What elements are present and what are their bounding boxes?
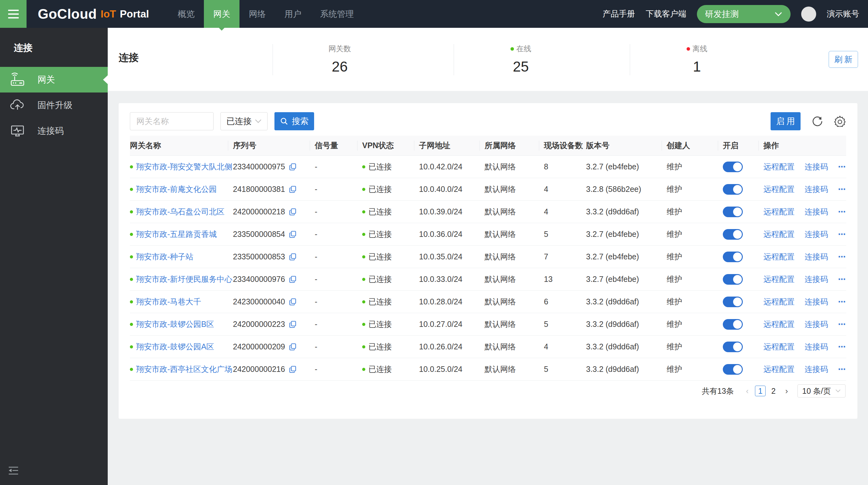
remote-config-link[interactable]: 远程配置 xyxy=(764,252,795,262)
vpn-status: 已连接 xyxy=(368,184,392,194)
gateway-name-link[interactable]: 翔安市政-种子站 xyxy=(136,252,193,262)
page-button-1[interactable]: 1 xyxy=(755,386,766,396)
gateway-name-link[interactable]: 翔安市政-乌石盘公司北区 xyxy=(136,206,224,217)
enable-toggle[interactable] xyxy=(723,162,743,172)
more-actions-icon[interactable]: ⋯ xyxy=(838,185,846,194)
connect-code-link[interactable]: 连接码 xyxy=(805,229,828,239)
enable-toggle[interactable] xyxy=(723,274,743,285)
enable-toggle[interactable] xyxy=(723,296,743,307)
sidebar-title: 连接 xyxy=(0,28,108,67)
remote-config-link[interactable]: 远程配置 xyxy=(764,319,795,330)
connect-code-link[interactable]: 连接码 xyxy=(805,184,828,194)
copy-icon[interactable] xyxy=(289,298,297,306)
more-actions-icon[interactable]: ⋯ xyxy=(838,342,846,351)
tab-gateway[interactable]: 网关 xyxy=(204,0,240,28)
remote-config-link[interactable]: 远程配置 xyxy=(764,364,795,374)
gateway-name-link[interactable]: 翔安市政-马巷大千 xyxy=(136,296,201,307)
connect-code-link[interactable]: 连接码 xyxy=(805,252,828,262)
sidebar-item-gateway[interactable]: 网关 xyxy=(0,67,108,92)
gateway-name-link[interactable]: 翔安市政-五星路贡香城 xyxy=(136,229,217,239)
more-actions-icon[interactable]: ⋯ xyxy=(838,297,846,306)
status-select[interactable]: 已连接 xyxy=(220,112,268,130)
environment-select[interactable]: 研发挂测 xyxy=(697,5,790,23)
more-actions-icon[interactable]: ⋯ xyxy=(838,320,846,329)
sidebar-item-connect-code[interactable]: 连接码 xyxy=(0,118,108,144)
sidebar-item-firmware-upgrade[interactable]: 固件升级 xyxy=(0,92,108,118)
enable-toggle[interactable] xyxy=(723,364,743,375)
col-header: 操作 xyxy=(764,140,846,151)
gateway-name-link[interactable]: 翔安市政-新圩便民服务中心 xyxy=(136,274,232,284)
signal-value: - xyxy=(315,230,362,239)
more-actions-icon[interactable]: ⋯ xyxy=(838,252,846,261)
copy-icon[interactable] xyxy=(289,275,297,283)
copy-icon[interactable] xyxy=(289,230,297,238)
stat-online-count: 在线 25 xyxy=(454,28,588,91)
gear-icon[interactable] xyxy=(834,116,845,127)
gateway-name-link[interactable]: 翔安市政-鼓锣公园B区 xyxy=(136,319,214,330)
page-button-2[interactable]: 2 xyxy=(768,386,779,396)
connect-code-link[interactable]: 连接码 xyxy=(805,162,828,172)
remote-config-link[interactable]: 远程配置 xyxy=(764,206,795,217)
more-actions-icon[interactable]: ⋯ xyxy=(838,207,846,216)
next-page-icon[interactable]: › xyxy=(781,386,792,396)
connect-code-link[interactable]: 连接码 xyxy=(805,206,828,217)
gateway-name-link[interactable]: 翔安市政-翔安交警大队北侧 xyxy=(136,162,232,172)
remote-config-link[interactable]: 远程配置 xyxy=(764,342,795,352)
product-manual-link[interactable]: 产品手册 xyxy=(602,8,635,19)
page-size-select[interactable]: 10 条/页 xyxy=(798,384,845,398)
remote-config-link[interactable]: 远程配置 xyxy=(764,296,795,307)
more-actions-icon[interactable]: ⋯ xyxy=(838,162,846,171)
enable-toggle[interactable] xyxy=(723,342,743,352)
prev-page-icon[interactable]: ‹ xyxy=(742,386,752,396)
more-actions-icon[interactable]: ⋯ xyxy=(838,275,846,284)
network-name: 默认网络 xyxy=(485,296,544,307)
copy-icon[interactable] xyxy=(289,185,297,194)
remote-config-link[interactable]: 远程配置 xyxy=(764,274,795,284)
remote-config-link[interactable]: 远程配置 xyxy=(764,184,795,194)
enable-toggle[interactable] xyxy=(723,184,743,195)
connect-code-link[interactable]: 连接码 xyxy=(805,296,828,307)
enable-toggle[interactable] xyxy=(723,319,743,330)
more-actions-icon[interactable]: ⋯ xyxy=(838,230,846,239)
offline-dot xyxy=(687,47,690,51)
refresh-button[interactable]: 刷新 xyxy=(829,51,858,68)
hamburger-menu-icon[interactable] xyxy=(0,0,27,28)
connect-code-link[interactable]: 连接码 xyxy=(805,342,828,352)
online-dot xyxy=(130,345,133,348)
enable-toggle[interactable] xyxy=(723,252,743,262)
tab-overview[interactable]: 概览 xyxy=(168,0,204,28)
app-logo: GoCloud IoT Portal xyxy=(38,0,149,28)
gateway-name-link[interactable]: 翔安市政-西亭社区文化广场 xyxy=(136,364,232,374)
search-button[interactable]: 搜索 xyxy=(274,112,314,130)
stat-value: 25 xyxy=(513,58,529,75)
enable-button[interactable]: 启用 xyxy=(771,112,801,130)
remote-config-link[interactable]: 远程配置 xyxy=(764,229,795,239)
more-actions-icon[interactable]: ⋯ xyxy=(838,365,846,374)
tab-system-admin[interactable]: 系统管理 xyxy=(311,0,363,28)
remote-config-link[interactable]: 远程配置 xyxy=(764,162,795,172)
gateway-name-link[interactable]: 翔安市政-鼓锣公园A区 xyxy=(136,342,214,352)
sidebar-collapse-icon[interactable] xyxy=(8,466,19,476)
search-input[interactable] xyxy=(130,112,214,130)
enable-toggle[interactable] xyxy=(723,206,743,217)
gateway-name-link[interactable]: 翔安市政-前庵文化公园 xyxy=(136,184,217,194)
copy-icon[interactable] xyxy=(289,208,297,216)
tab-network[interactable]: 网络 xyxy=(240,0,275,28)
copy-icon[interactable] xyxy=(289,343,297,351)
online-dot xyxy=(130,368,133,371)
download-client-link[interactable]: 下载客户端 xyxy=(646,8,686,19)
connect-code-link[interactable]: 连接码 xyxy=(805,319,828,330)
reload-icon[interactable] xyxy=(812,116,823,127)
tab-user[interactable]: 用户 xyxy=(275,0,311,28)
avatar[interactable] xyxy=(801,6,816,22)
copy-icon[interactable] xyxy=(289,320,297,329)
connect-code-link[interactable]: 连接码 xyxy=(805,274,828,284)
connect-code-link[interactable]: 连接码 xyxy=(805,364,828,374)
online-dot xyxy=(130,210,133,213)
serial-number: 242000000223 xyxy=(233,320,285,329)
copy-icon[interactable] xyxy=(289,163,297,171)
enable-toggle[interactable] xyxy=(723,229,743,240)
copy-icon[interactable] xyxy=(289,253,297,261)
signal-value: - xyxy=(315,185,362,194)
copy-icon[interactable] xyxy=(289,365,297,373)
